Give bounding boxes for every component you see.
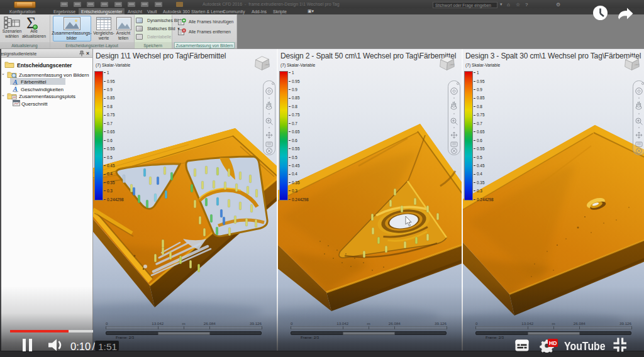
svg-text:A: A [13,79,18,85]
